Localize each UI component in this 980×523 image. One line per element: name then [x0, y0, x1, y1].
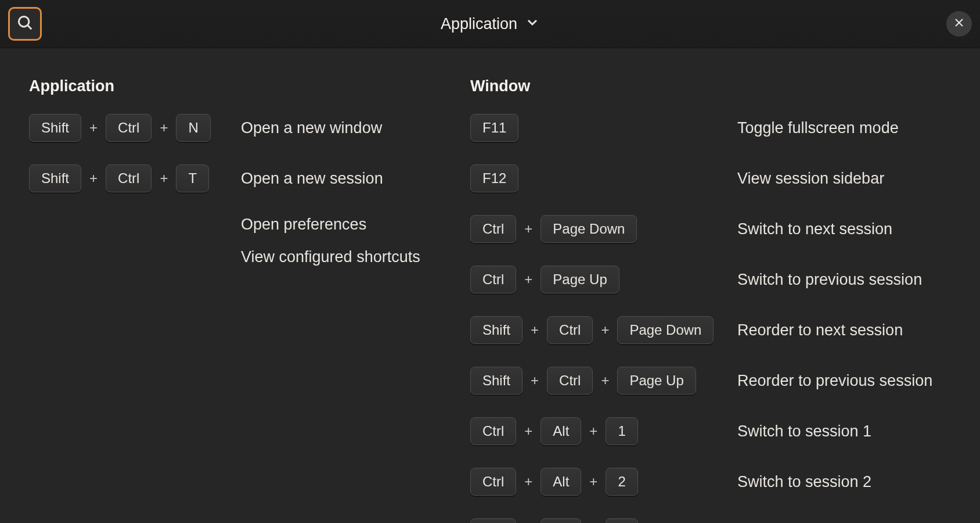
rows-application: Shift+Ctrl+NOpen a new windowShift+Ctrl+…	[29, 112, 470, 278]
shortcut-keys: Ctrl+Alt+2	[470, 468, 737, 496]
key-cap: Ctrl	[547, 367, 593, 395]
chevron-down-icon	[525, 15, 539, 33]
key-cap: F11	[470, 114, 518, 142]
plus-separator: +	[528, 372, 541, 389]
key-cap: Page Down	[541, 215, 637, 243]
shortcut-keys: Ctrl+Page Down	[470, 215, 737, 243]
key-cap: Shift	[470, 316, 523, 344]
content-area: Application Shift+Ctrl+NOpen a new windo…	[0, 48, 980, 523]
key-cap: Ctrl	[470, 215, 516, 243]
section-dropdown[interactable]: Application	[441, 15, 539, 33]
shortcut-row: Shift+Ctrl+TOpen a new session	[29, 162, 470, 195]
shortcut-row: Shift+Ctrl+Page UpReorder to previous se…	[470, 364, 951, 397]
key-cap: Shift	[29, 164, 81, 192]
shortcut-description: View session sidebar	[737, 170, 884, 188]
plus-separator: +	[157, 120, 170, 136]
rows-window: F11Toggle fullscreen modeF12View session…	[470, 112, 951, 523]
plus-separator: +	[522, 474, 535, 490]
plus-separator: +	[587, 423, 600, 439]
key-cap: Shift	[29, 114, 81, 142]
key-cap: Alt	[541, 468, 581, 496]
shortcut-keys: Shift+Ctrl+N	[29, 114, 241, 142]
column-application: Application Shift+Ctrl+NOpen a new windo…	[29, 77, 470, 523]
plus-separator: +	[599, 322, 611, 338]
shortcut-row: Ctrl+Alt+1Switch to session 1	[470, 415, 951, 447]
shortcut-keys: F11	[470, 114, 737, 142]
plus-separator: +	[528, 322, 541, 338]
plus-separator: +	[87, 170, 100, 187]
search-icon	[16, 14, 34, 34]
shortcut-row: View configured shortcuts	[29, 245, 470, 268]
key-cap: 3	[606, 518, 637, 523]
key-cap: 2	[606, 468, 637, 496]
shortcut-description: Toggle fullscreen mode	[737, 119, 899, 137]
key-cap: Page Up	[541, 266, 619, 293]
plus-separator: +	[522, 423, 535, 439]
key-cap: Ctrl	[106, 164, 152, 192]
svg-point-0	[19, 16, 29, 27]
key-cap: Page Up	[617, 367, 696, 395]
shortcut-description: View configured shortcuts	[241, 248, 420, 266]
shortcut-keys: Shift+Ctrl+Page Down	[470, 316, 737, 344]
shortcut-keys: Ctrl+Alt+1	[470, 417, 737, 445]
shortcut-row: Ctrl+Alt+2Switch to session 2	[470, 465, 951, 498]
shortcut-description: Open preferences	[241, 216, 366, 234]
key-cap: Page Down	[617, 316, 714, 344]
shortcut-row: F11Toggle fullscreen mode	[470, 112, 951, 144]
shortcut-row: Shift+Ctrl+NOpen a new window	[29, 112, 470, 144]
close-icon	[954, 17, 964, 30]
shortcut-description: Switch to session 2	[737, 473, 871, 491]
shortcut-row: Ctrl+Page DownSwitch to next session	[470, 213, 951, 245]
plus-separator: +	[522, 221, 535, 237]
search-button[interactable]	[8, 7, 42, 41]
plus-separator: +	[157, 170, 170, 187]
shortcut-keys: Shift+Ctrl+T	[29, 164, 241, 192]
shortcut-row: Ctrl+Page UpSwitch to previous session	[470, 263, 951, 296]
key-cap: Ctrl	[106, 114, 152, 142]
shortcut-description: Switch to session 1	[737, 422, 871, 440]
shortcut-description: Reorder to previous session	[737, 372, 932, 390]
shortcut-keys: Ctrl+Alt+3	[470, 518, 737, 523]
header-title: Application	[441, 15, 517, 33]
key-cap: Ctrl	[470, 266, 516, 293]
key-cap: Ctrl	[470, 518, 516, 523]
close-button[interactable]	[946, 11, 972, 37]
shortcut-description: Open a new session	[241, 170, 383, 188]
key-cap: Ctrl	[470, 417, 516, 445]
shortcut-description: Switch to next session	[737, 220, 892, 238]
shortcut-keys: Shift+Ctrl+Page Up	[470, 367, 737, 395]
plus-separator: +	[599, 372, 611, 389]
shortcut-row: Open preferences	[29, 213, 470, 236]
section-title-application: Application	[29, 77, 470, 95]
key-cap: T	[176, 164, 209, 192]
shortcut-keys: Ctrl+Page Up	[470, 266, 737, 293]
plus-separator: +	[87, 120, 100, 136]
shortcut-row: F12View session sidebar	[470, 162, 951, 195]
shortcut-description: Open a new window	[241, 119, 382, 137]
key-cap: 1	[606, 417, 637, 445]
key-cap: Ctrl	[547, 316, 593, 344]
key-cap: Alt	[541, 518, 581, 523]
key-cap: Alt	[541, 417, 581, 445]
header-bar: Application	[0, 0, 980, 48]
shortcut-row: Ctrl+Alt+3Switch to session 3	[470, 516, 951, 523]
svg-line-1	[28, 26, 31, 29]
shortcut-row: Shift+Ctrl+Page DownReorder to next sess…	[470, 314, 951, 346]
plus-separator: +	[522, 271, 535, 288]
key-cap: Shift	[470, 367, 523, 395]
section-title-window: Window	[470, 77, 951, 95]
shortcut-description: Reorder to next session	[737, 321, 903, 339]
key-cap: F12	[470, 164, 518, 192]
column-window: Window F11Toggle fullscreen modeF12View …	[470, 77, 951, 523]
key-cap: Ctrl	[470, 468, 516, 496]
key-cap: N	[176, 114, 210, 142]
shortcut-description: Switch to previous session	[737, 271, 922, 289]
shortcut-keys: F12	[470, 164, 737, 192]
plus-separator: +	[587, 474, 600, 490]
